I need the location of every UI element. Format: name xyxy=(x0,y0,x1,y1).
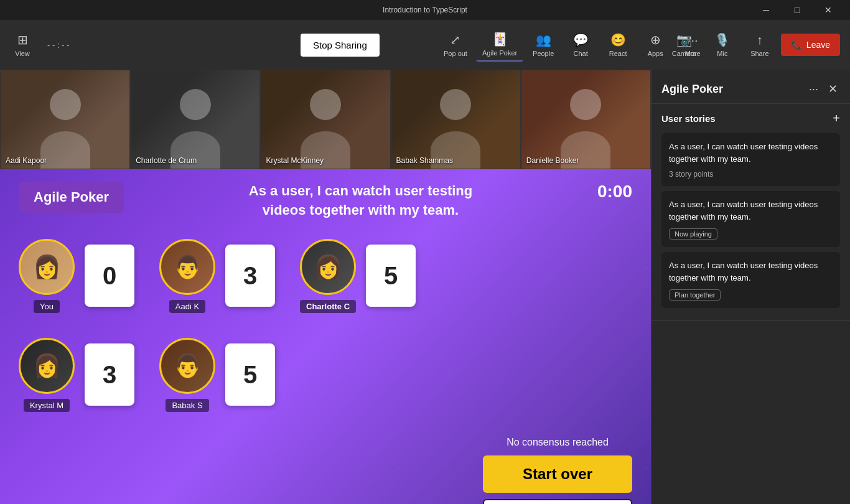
react-icon: 😊 xyxy=(610,32,626,47)
stories-section: User stories + As a user, I can watch us… xyxy=(652,104,850,321)
sil-body xyxy=(40,131,90,169)
charlotte-name-tag: Charlotte C xyxy=(300,300,356,313)
leave-button[interactable]: 📞 Leave xyxy=(781,34,840,56)
video-name-aadi: Aadi Kapoor xyxy=(6,156,47,165)
story-badge-plan-together[interactable]: Plan together xyxy=(669,289,721,301)
krystal-name-tag: Krystal M xyxy=(24,399,70,412)
add-story-button[interactable]: + xyxy=(833,111,840,126)
panel-header: Agile Poker ··· ✕ xyxy=(652,70,850,104)
video-name-babak: Babak Shammas xyxy=(396,156,453,165)
minimize-button[interactable]: ─ xyxy=(752,0,780,20)
story-card-3[interactable]: As a user, I can watch user testing vide… xyxy=(661,252,840,308)
people-button[interactable]: 👥 People xyxy=(526,29,561,61)
krystal-avatar-container: 👩 Krystal M xyxy=(19,338,75,412)
apps-button[interactable]: ⊕ Apps xyxy=(638,29,673,61)
view-label: View xyxy=(15,50,30,57)
window-controls: ─ □ ✕ xyxy=(752,0,843,20)
chat-label: Chat xyxy=(574,50,588,57)
charlotte-vote-card: 5 xyxy=(366,245,416,307)
mic-icon: 🎙️ xyxy=(714,32,730,47)
leave-phone-icon: 📞 xyxy=(791,40,801,50)
video-tile-krystal: Krystal McKinney xyxy=(260,70,390,169)
player-krystal: 👩 Krystal M 3 xyxy=(19,338,134,412)
sil-head-5 xyxy=(570,89,601,120)
toolbar: ⊞ View - - : - - Stop Sharing ⤢ Pop out … xyxy=(0,20,850,70)
sil-head-3 xyxy=(310,89,341,120)
share-label: Share xyxy=(750,50,768,57)
toolbar-timer: - - : - - xyxy=(47,40,69,50)
stories-label: User stories xyxy=(661,113,716,124)
panel-title: Agile Poker xyxy=(661,83,723,96)
aadi-silhouette xyxy=(1,70,129,169)
mic-label: Mic xyxy=(717,50,727,57)
story-card-1[interactable]: As a user, I can watch user testing vide… xyxy=(661,133,840,186)
story-text-2: As a user, I can watch user testing vide… xyxy=(669,198,833,223)
main-content: Aadi Kapoor Charlotte de Crum Krystal Mc… xyxy=(0,70,850,504)
player-aadi: 👨 Aadi K 3 xyxy=(159,239,275,313)
story-title: As a user, I can watch user testingvideo… xyxy=(249,182,472,220)
aadi-avatar: 👨 xyxy=(159,239,215,295)
no-consensus-text: No consensus reached xyxy=(483,437,632,448)
you-vote-card: 0 xyxy=(85,245,134,307)
chat-button[interactable]: 💬 Chat xyxy=(563,29,598,61)
more-button[interactable]: ··· More xyxy=(675,29,710,61)
panel-header-actions: ··· ✕ xyxy=(806,80,840,98)
game-header: Agile Poker As a user, I can watch user … xyxy=(19,182,632,220)
agile-poker-badge: Agile Poker xyxy=(19,182,124,213)
player-babak: 👨 Babak S 5 xyxy=(159,338,275,412)
title-bar: Introduction to TypeScript ─ □ ✕ xyxy=(0,0,850,20)
charlotte-silhouette xyxy=(131,70,259,169)
more-options-button[interactable]: ··· xyxy=(806,80,821,98)
video-tile-charlotte: Charlotte de Crum xyxy=(130,70,260,169)
babak-vote-card: 5 xyxy=(225,343,275,406)
chat-icon: 💬 xyxy=(573,32,589,47)
babak-avatar: 👨 xyxy=(159,338,215,394)
danielle-silhouette xyxy=(521,70,650,169)
video-tile-aadi: Aadi Kapoor xyxy=(0,70,130,169)
aadi-vote-card: 3 xyxy=(225,245,275,307)
sil-head-2 xyxy=(180,89,211,120)
video-tile-babak: Babak Shammas xyxy=(391,70,521,169)
share-button[interactable]: ↑ Share xyxy=(744,29,776,61)
game-area: Agile Poker As a user, I can watch user … xyxy=(0,169,651,504)
toolbar-center: ⤢ Pop out 🃏 Agile Poker 👥 People 💬 Chat … xyxy=(437,28,710,62)
you-name-tag: You xyxy=(34,300,60,313)
sil-head-4 xyxy=(440,89,471,120)
people-label: People xyxy=(533,50,554,57)
agile-poker-tab[interactable]: 🃏 Agile Poker xyxy=(476,28,523,62)
bottom-section: No consensus reached Start over Override xyxy=(19,437,632,504)
react-button[interactable]: 😊 React xyxy=(600,29,635,61)
players-row-2: 👩 Krystal M 3 👨 Babak S 5 xyxy=(19,338,632,412)
toolbar-left: ⊞ View - - : - - xyxy=(10,32,69,57)
story-badge-now-playing[interactable]: Now playing xyxy=(669,228,717,240)
stop-sharing-button[interactable]: Stop Sharing xyxy=(301,34,380,57)
video-strip: Aadi Kapoor Charlotte de Crum Krystal Mc… xyxy=(0,70,651,169)
close-button[interactable]: ✕ xyxy=(814,0,843,20)
video-name-krystal: Krystal McKinney xyxy=(266,156,324,165)
panel-close-button[interactable]: ✕ xyxy=(826,80,840,98)
maximize-button[interactable]: □ xyxy=(783,0,811,20)
pop-out-button[interactable]: ⤢ Pop out xyxy=(437,29,474,61)
video-name-danielle: Danielle Booker xyxy=(526,156,579,165)
players-row-1: 👩 You 0 👨 Aadi K 3 xyxy=(19,239,632,313)
babak-silhouette xyxy=(391,70,520,169)
more-label: More xyxy=(685,50,701,57)
override-button[interactable]: Override xyxy=(483,499,632,504)
video-name-charlotte: Charlotte de Crum xyxy=(136,156,197,165)
share-icon: ↑ xyxy=(757,33,763,47)
leave-label: Leave xyxy=(806,40,830,50)
story-card-2[interactable]: As a user, I can watch user testing vide… xyxy=(661,191,840,247)
players-section: 👩 You 0 👨 Aadi K 3 xyxy=(19,239,632,412)
apps-icon: ⊕ xyxy=(650,32,661,47)
agile-poker-badge-label: Agile Poker xyxy=(34,189,109,205)
agile-poker-label: Agile Poker xyxy=(482,49,517,57)
mic-button[interactable]: 🎙️ Mic xyxy=(706,29,739,61)
story-text-1: As a user, I can watch user testing vide… xyxy=(669,141,833,165)
aadi-avatar-container: 👨 Aadi K xyxy=(159,239,215,313)
player-you: 👩 You 0 xyxy=(19,239,134,313)
start-over-button[interactable]: Start over xyxy=(483,455,632,493)
babak-avatar-container: 👨 Babak S xyxy=(159,338,215,412)
view-button[interactable]: ⊞ View xyxy=(10,32,35,57)
you-avatar: 👩 xyxy=(19,239,75,295)
story-text-3: As a user, I can watch user testing vide… xyxy=(669,259,833,284)
